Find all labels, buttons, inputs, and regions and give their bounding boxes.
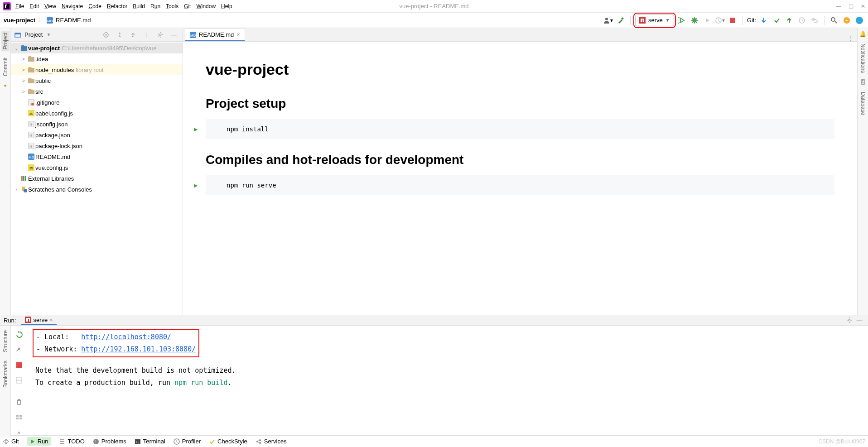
menu-tools[interactable]: Tools	[166, 3, 178, 10]
minimize-button[interactable]: —	[836, 3, 841, 10]
status-services[interactable]: Services	[256, 438, 287, 445]
menu-build[interactable]: Build	[133, 3, 145, 10]
project-tree[interactable]: ⌄ vue-project C:\Users\hehuan48495\Deskt…	[11, 42, 183, 315]
tree-item-jsconfig-json[interactable]: {}jsconfig.json	[11, 119, 183, 130]
status-run[interactable]: Run	[27, 437, 51, 446]
tree-scratches[interactable]: › Scratches and Consoles	[11, 184, 183, 195]
close-tab-icon[interactable]: ×	[236, 31, 240, 38]
git-history-icon[interactable]	[797, 15, 807, 25]
tree-item--idea[interactable]: >.idea	[11, 53, 183, 64]
search-icon[interactable]	[829, 15, 839, 25]
status-terminal[interactable]: Terminal	[135, 438, 165, 445]
tree-item--gitignore[interactable]: .gitignore	[11, 97, 183, 108]
layout-icon[interactable]	[14, 375, 24, 385]
tree-root[interactable]: ⌄ vue-project C:\Users\hehuan48495\Deskt…	[11, 43, 183, 53]
chevron-down-icon[interactable]: ▼	[46, 32, 51, 37]
tree-item-node_modules[interactable]: >node_moduleslibrary root	[11, 64, 183, 75]
menu-run[interactable]: Run	[150, 3, 160, 10]
chevron-right-icon[interactable]: >	[20, 57, 27, 62]
status-checkstyle[interactable]: CheckStyle	[209, 438, 247, 445]
tree-item-src[interactable]: >src	[11, 86, 183, 97]
menu-code[interactable]: Code	[88, 3, 101, 10]
tree-item-babel-config-js[interactable]: JSbabel.config.js	[11, 108, 183, 119]
tree-item-README-md[interactable]: MDREADME.md	[11, 151, 183, 162]
tree-item-vue-config-js[interactable]: JSvue.config.js	[11, 162, 183, 173]
hide-icon[interactable]: —	[854, 315, 864, 325]
git-update-icon[interactable]	[759, 15, 769, 25]
tree-item-package-json[interactable]: {}package.json	[11, 130, 183, 140]
run-gutter-icon[interactable]: ▶	[194, 125, 198, 133]
user-dropdown-icon[interactable]: ▾	[603, 15, 613, 25]
breadcrumb-root[interactable]: vue-project	[4, 17, 35, 24]
chevron-right-icon[interactable]: >	[20, 89, 27, 94]
git-push-icon[interactable]	[784, 15, 794, 25]
network-url-link[interactable]: http://192.168.101.103:8080/	[81, 345, 196, 353]
svg-rect-37	[25, 176, 26, 181]
stop-icon[interactable]	[14, 360, 24, 370]
locate-icon[interactable]	[101, 30, 111, 40]
bell-icon[interactable]: 🔔	[859, 31, 866, 37]
close-button[interactable]: ✕	[861, 3, 865, 10]
coverage-icon[interactable]	[702, 15, 712, 25]
menu-view[interactable]: View	[44, 3, 56, 10]
editor-tab-readme[interactable]: MD README.md ×	[185, 29, 245, 41]
run-rerun-icon[interactable]	[677, 15, 687, 25]
menu-git[interactable]: Git	[184, 3, 191, 10]
run-config-selector[interactable]: serve ▼	[635, 14, 674, 26]
right-tab-notifications[interactable]: Notifications	[859, 42, 867, 75]
menu-edit[interactable]: Edit	[29, 3, 39, 10]
debug-icon[interactable]	[690, 15, 699, 25]
codewithme-icon[interactable]	[854, 15, 864, 25]
wrench-icon[interactable]	[14, 345, 24, 355]
menu-navigate[interactable]: Navigate	[62, 3, 83, 10]
left-tab-structure[interactable]: Structure	[1, 328, 10, 354]
expand-icon[interactable]: »	[14, 428, 24, 437]
left-tab-project[interactable]: Project	[1, 31, 10, 51]
database-icon[interactable]: 🗄	[860, 79, 866, 86]
status-git[interactable]: Git	[3, 438, 19, 445]
menu-refactor[interactable]: Refactor	[107, 3, 127, 10]
local-url-link[interactable]: http://localhost:8080/	[81, 333, 171, 341]
close-tab-icon[interactable]: ×	[49, 317, 53, 323]
menu-window[interactable]: Window	[196, 3, 216, 10]
profile-dropdown-icon[interactable]: ▾	[715, 15, 725, 25]
gear-icon[interactable]	[844, 315, 854, 325]
tree-item-public[interactable]: >public	[11, 75, 183, 86]
expand-all-icon[interactable]	[115, 30, 125, 40]
run-console[interactable]: - Local: http://localhost:8080/ - Networ…	[27, 326, 868, 437]
breadcrumb-file[interactable]: README.md	[56, 17, 91, 24]
hide-icon[interactable]: —	[169, 30, 179, 40]
tabs-more-icon[interactable]: ⋮	[848, 35, 854, 41]
ide-settings-icon[interactable]: +	[842, 15, 852, 25]
status-profiler[interactable]: Profiler	[174, 438, 201, 445]
run-gutter-icon[interactable]: ▶	[194, 182, 198, 189]
tree-external-libs[interactable]: External Libraries	[11, 173, 183, 184]
stop-icon[interactable]	[728, 15, 738, 25]
layout-settings-icon[interactable]	[14, 412, 24, 422]
maximize-button[interactable]: ▢	[849, 3, 854, 10]
left-tab-commit[interactable]: Commit	[1, 56, 10, 78]
chevron-right-icon[interactable]: ›	[13, 187, 20, 192]
menu-file[interactable]: File	[15, 3, 24, 10]
code-text: npm run serve	[227, 182, 276, 189]
local-label: - Local:	[36, 333, 69, 341]
trash-icon[interactable]	[14, 397, 24, 407]
gear-icon[interactable]	[155, 30, 165, 40]
project-pane-title[interactable]: Project	[24, 31, 43, 38]
git-rollback-icon[interactable]	[810, 15, 820, 25]
chevron-right-icon[interactable]: >	[20, 67, 27, 72]
left-tab-bookmarks[interactable]: Bookmarks	[1, 359, 10, 389]
collapse-all-icon[interactable]	[128, 30, 138, 40]
chevron-right-icon[interactable]: >	[20, 78, 27, 83]
build-hammer-icon[interactable]	[616, 15, 626, 25]
right-tab-database[interactable]: Database	[859, 90, 867, 117]
chevron-down-icon[interactable]: ⌄	[13, 46, 20, 51]
menu-help[interactable]: Help	[221, 3, 232, 10]
run-tab-serve[interactable]: serve ×	[21, 316, 56, 325]
rerun-icon[interactable]	[14, 329, 24, 339]
breadcrumb[interactable]: vue-project 〉 MD README.md	[4, 16, 91, 24]
git-commit-icon[interactable]	[772, 15, 781, 25]
status-problems[interactable]: !Problems	[93, 438, 126, 445]
tree-item-package-lock-json[interactable]: {}package-lock.json	[11, 140, 183, 151]
status-todo[interactable]: TODO	[59, 438, 84, 445]
